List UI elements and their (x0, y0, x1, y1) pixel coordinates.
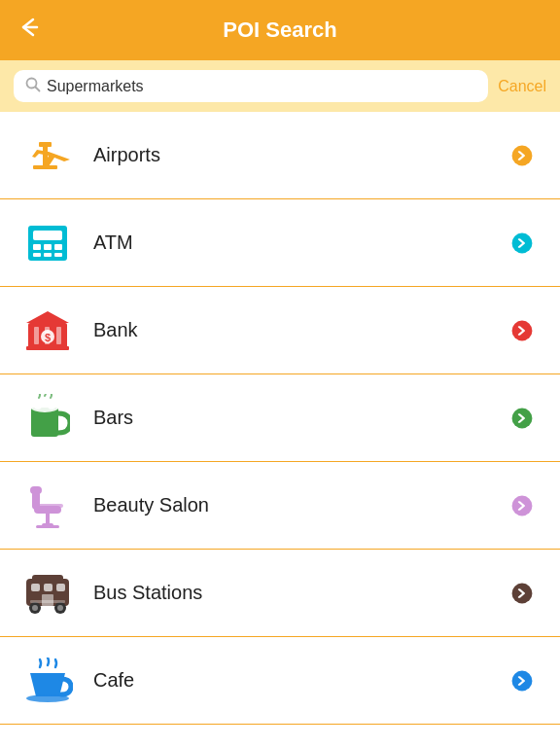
poi-item-bars: Bars (0, 374, 560, 462)
svg-line-1 (36, 88, 40, 91)
poi-item-bank: $ Bank (0, 287, 560, 374)
back-button[interactable] (16, 14, 43, 47)
svg-point-22 (512, 320, 533, 340)
poi-item-airports: Airports (0, 112, 560, 199)
svg-rect-7 (33, 231, 62, 240)
bank-label: Bank (93, 319, 486, 341)
bars-icon (19, 394, 76, 443)
svg-rect-9 (44, 244, 52, 250)
svg-rect-40 (44, 584, 52, 591)
atm-arrow-button[interactable] (504, 225, 541, 262)
beauty-salon-arrow-button[interactable] (504, 487, 541, 524)
svg-point-49 (26, 694, 69, 702)
svg-rect-3 (39, 142, 52, 147)
airports-arrow-button[interactable] (504, 137, 541, 174)
poi-item-cafe: Cafe (0, 637, 560, 725)
search-input[interactable] (47, 78, 476, 95)
svg-rect-21 (26, 346, 69, 350)
bars-label: Bars (93, 407, 486, 429)
svg-rect-12 (44, 253, 52, 257)
svg-point-46 (57, 605, 63, 611)
poi-item-beauty-salon: Beauty Salon (0, 462, 560, 550)
cafe-icon (19, 658, 76, 704)
cafe-arrow-button[interactable] (504, 662, 541, 699)
beauty-salon-label: Beauty Salon (93, 494, 486, 516)
svg-rect-11 (33, 253, 41, 257)
airports-icon (19, 134, 76, 177)
bank-arrow-button[interactable] (504, 312, 541, 349)
svg-rect-18 (56, 327, 61, 344)
bus-stations-arrow-button[interactable] (504, 575, 541, 612)
poi-item-bus-stations: Bus Stations (0, 550, 560, 637)
svg-rect-38 (32, 575, 63, 583)
search-bar: Cancel (0, 60, 560, 112)
svg-point-28 (512, 408, 533, 428)
svg-point-48 (512, 583, 533, 603)
svg-point-26 (41, 400, 49, 408)
cancel-button[interactable]: Cancel (498, 78, 546, 95)
svg-rect-8 (33, 244, 41, 250)
svg-text:$: $ (45, 332, 51, 343)
svg-rect-10 (54, 244, 62, 250)
svg-rect-35 (30, 486, 42, 494)
svg-point-27 (48, 402, 55, 409)
atm-label: ATM (93, 231, 486, 254)
bank-icon: $ (19, 307, 76, 354)
svg-point-5 (512, 145, 533, 165)
svg-rect-34 (32, 504, 63, 508)
poi-list: Airports ATM (0, 112, 560, 746)
poi-item-campground: Campground (0, 725, 560, 746)
poi-item-atm: ATM (0, 199, 560, 287)
svg-rect-13 (54, 253, 62, 257)
svg-point-25 (34, 402, 42, 409)
svg-point-44 (32, 605, 38, 611)
svg-rect-30 (36, 525, 59, 528)
beauty-salon-icon (19, 480, 76, 531)
atm-icon (19, 221, 76, 266)
search-input-container (14, 70, 488, 102)
svg-rect-39 (31, 584, 40, 591)
bars-arrow-button[interactable] (504, 400, 541, 437)
svg-rect-41 (56, 584, 65, 591)
search-icon (25, 77, 41, 95)
svg-point-36 (512, 495, 533, 516)
bus-stations-icon (19, 571, 76, 616)
app-header: POI Search (0, 0, 560, 60)
svg-point-14 (512, 232, 533, 253)
svg-rect-16 (34, 327, 39, 344)
page-title: POI Search (223, 18, 336, 43)
cafe-label: Cafe (93, 669, 486, 692)
bus-stations-label: Bus Stations (93, 582, 486, 604)
campground-icon (19, 744, 76, 747)
svg-rect-47 (30, 600, 65, 603)
airports-label: Airports (93, 144, 486, 166)
svg-point-50 (512, 670, 533, 691)
